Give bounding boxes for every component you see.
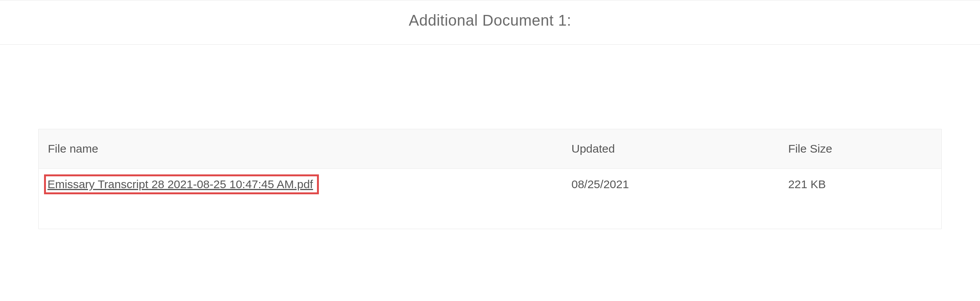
- column-header-filename: File name: [39, 129, 562, 169]
- section-title: Additional Document 1:: [0, 12, 980, 29]
- file-table: File name Updated File Size Emissary Tra…: [38, 129, 942, 229]
- cell-filename: Emissary Transcript 28 2021-08-25 10:47:…: [39, 169, 562, 229]
- column-header-filesize: File Size: [779, 129, 942, 169]
- file-link[interactable]: Emissary Transcript 28 2021-08-25 10:47:…: [47, 178, 313, 190]
- table-header-row: File name Updated File Size: [39, 129, 942, 169]
- table-row: Emissary Transcript 28 2021-08-25 10:47:…: [39, 169, 942, 229]
- section-header: Additional Document 1:: [0, 0, 980, 45]
- highlight-annotation: Emissary Transcript 28 2021-08-25 10:47:…: [44, 174, 319, 194]
- column-header-updated: Updated: [562, 129, 779, 169]
- cell-filesize: 221 KB: [779, 169, 942, 229]
- cell-updated: 08/25/2021: [562, 169, 779, 229]
- content-area: File name Updated File Size Emissary Tra…: [0, 45, 980, 229]
